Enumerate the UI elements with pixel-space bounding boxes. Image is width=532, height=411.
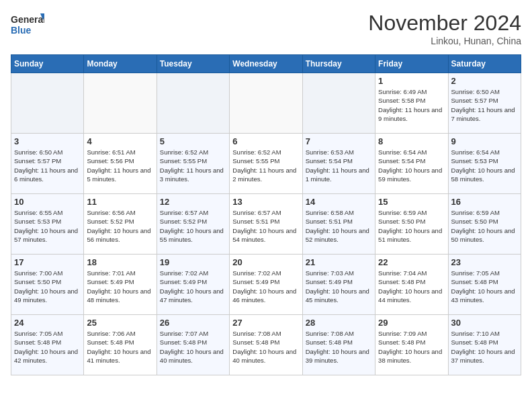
calendar-day-cell: 29Sunrise: 7:09 AMSunset: 5:48 PMDayligh… — [375, 315, 448, 375]
day-number: 26 — [160, 318, 226, 328]
calendar-day-cell: 24Sunrise: 7:05 AMSunset: 5:48 PMDayligh… — [11, 315, 84, 375]
weekday-header: Tuesday — [157, 55, 229, 73]
day-number: 22 — [378, 257, 445, 267]
calendar-week-row: 1Sunrise: 6:49 AMSunset: 5:58 PMDaylight… — [11, 73, 521, 134]
calendar-day-cell: 26Sunrise: 7:07 AMSunset: 5:48 PMDayligh… — [157, 315, 229, 375]
day-info: Sunrise: 7:01 AMSunset: 5:49 PMDaylight:… — [87, 269, 153, 304]
day-info: Sunrise: 6:57 AMSunset: 5:51 PMDaylight:… — [232, 208, 299, 244]
day-info: Sunrise: 6:56 AMSunset: 5:52 PMDaylight:… — [87, 208, 153, 244]
calendar-day-cell — [230, 73, 302, 134]
calendar-day-cell: 21Sunrise: 7:03 AMSunset: 5:49 PMDayligh… — [302, 255, 375, 315]
day-info: Sunrise: 6:54 AMSunset: 5:53 PMDaylight:… — [451, 148, 518, 183]
weekday-header: Thursday — [302, 55, 375, 73]
day-info: Sunrise: 7:09 AMSunset: 5:48 PMDaylight:… — [378, 329, 445, 365]
calendar-day-cell: 20Sunrise: 7:02 AMSunset: 5:49 PMDayligh… — [230, 255, 302, 315]
title-block: November 2024 Linkou, Hunan, China — [368, 11, 521, 46]
day-info: Sunrise: 6:52 AMSunset: 5:55 PMDaylight:… — [160, 148, 226, 183]
weekday-header-row: SundayMondayTuesdayWednesdayThursdayFrid… — [11, 55, 521, 73]
day-number: 30 — [451, 318, 518, 328]
day-number: 12 — [160, 197, 226, 207]
day-number: 4 — [87, 136, 153, 146]
day-info: Sunrise: 6:59 AMSunset: 5:50 PMDaylight:… — [451, 208, 518, 244]
calendar-day-cell: 16Sunrise: 6:59 AMSunset: 5:50 PMDayligh… — [448, 194, 521, 255]
day-info: Sunrise: 7:02 AMSunset: 5:49 PMDaylight:… — [160, 269, 226, 304]
calendar-day-cell: 10Sunrise: 6:55 AMSunset: 5:53 PMDayligh… — [11, 194, 84, 255]
calendar-day-cell: 12Sunrise: 6:57 AMSunset: 5:52 PMDayligh… — [157, 194, 229, 255]
calendar-day-cell: 19Sunrise: 7:02 AMSunset: 5:49 PMDayligh… — [157, 255, 229, 315]
calendar-day-cell: 8Sunrise: 6:54 AMSunset: 5:54 PMDaylight… — [375, 134, 448, 194]
svg-text:Blue: Blue — [11, 25, 32, 36]
calendar-day-cell: 1Sunrise: 6:49 AMSunset: 5:58 PMDaylight… — [375, 73, 448, 134]
day-number: 25 — [87, 318, 153, 328]
calendar-day-cell: 18Sunrise: 7:01 AMSunset: 5:49 PMDayligh… — [84, 255, 157, 315]
logo-svg: General Blue — [11, 11, 44, 39]
page-header: General Blue November 2024 Linkou, Hunan… — [11, 11, 521, 46]
weekday-header: Saturday — [448, 55, 521, 73]
calendar-day-cell: 7Sunrise: 6:53 AMSunset: 5:54 PMDaylight… — [302, 134, 375, 194]
day-info: Sunrise: 7:08 AMSunset: 5:48 PMDaylight:… — [306, 329, 372, 365]
logo: General Blue — [11, 11, 44, 39]
calendar-day-cell: 30Sunrise: 7:10 AMSunset: 5:48 PMDayligh… — [448, 315, 521, 375]
month-title: November 2024 — [368, 11, 521, 36]
day-info: Sunrise: 7:07 AMSunset: 5:48 PMDaylight:… — [160, 329, 226, 365]
calendar-day-cell: 5Sunrise: 6:52 AMSunset: 5:55 PMDaylight… — [157, 134, 229, 194]
calendar-week-row: 17Sunrise: 7:00 AMSunset: 5:50 PMDayligh… — [11, 255, 521, 315]
day-info: Sunrise: 6:50 AMSunset: 5:57 PMDaylight:… — [451, 87, 518, 123]
day-info: Sunrise: 6:57 AMSunset: 5:52 PMDaylight:… — [160, 208, 226, 244]
day-info: Sunrise: 6:49 AMSunset: 5:58 PMDaylight:… — [378, 87, 445, 123]
location: Linkou, Hunan, China — [368, 36, 521, 46]
day-info: Sunrise: 7:05 AMSunset: 5:48 PMDaylight:… — [14, 329, 81, 365]
calendar-table: SundayMondayTuesdayWednesdayThursdayFrid… — [11, 54, 521, 375]
calendar-day-cell: 3Sunrise: 6:50 AMSunset: 5:57 PMDaylight… — [11, 134, 84, 194]
day-number: 29 — [378, 318, 445, 328]
day-number: 14 — [306, 197, 372, 207]
day-info: Sunrise: 6:53 AMSunset: 5:54 PMDaylight:… — [306, 148, 372, 183]
day-info: Sunrise: 6:59 AMSunset: 5:50 PMDaylight:… — [378, 208, 445, 244]
day-info: Sunrise: 7:05 AMSunset: 5:48 PMDaylight:… — [451, 269, 518, 304]
day-info: Sunrise: 7:03 AMSunset: 5:49 PMDaylight:… — [306, 269, 372, 304]
weekday-header: Wednesday — [230, 55, 302, 73]
day-number: 1 — [378, 76, 445, 86]
day-number: 24 — [14, 318, 81, 328]
day-number: 15 — [378, 197, 445, 207]
day-info: Sunrise: 7:08 AMSunset: 5:48 PMDaylight:… — [232, 329, 299, 365]
calendar-day-cell: 23Sunrise: 7:05 AMSunset: 5:48 PMDayligh… — [448, 255, 521, 315]
day-info: Sunrise: 6:50 AMSunset: 5:57 PMDaylight:… — [14, 148, 81, 183]
day-number: 9 — [451, 136, 518, 146]
day-number: 13 — [232, 197, 299, 207]
calendar-week-row: 24Sunrise: 7:05 AMSunset: 5:48 PMDayligh… — [11, 315, 521, 375]
calendar-week-row: 10Sunrise: 6:55 AMSunset: 5:53 PMDayligh… — [11, 194, 521, 255]
day-number: 27 — [232, 318, 299, 328]
day-number: 5 — [160, 136, 226, 146]
calendar-day-cell: 15Sunrise: 6:59 AMSunset: 5:50 PMDayligh… — [375, 194, 448, 255]
day-info: Sunrise: 7:02 AMSunset: 5:49 PMDaylight:… — [232, 269, 299, 304]
day-info: Sunrise: 6:55 AMSunset: 5:53 PMDaylight:… — [14, 208, 81, 244]
weekday-header: Monday — [84, 55, 157, 73]
day-number: 19 — [160, 257, 226, 267]
calendar-day-cell: 25Sunrise: 7:06 AMSunset: 5:48 PMDayligh… — [84, 315, 157, 375]
day-info: Sunrise: 7:10 AMSunset: 5:48 PMDaylight:… — [451, 329, 518, 365]
day-number: 11 — [87, 197, 153, 207]
day-info: Sunrise: 6:51 AMSunset: 5:56 PMDaylight:… — [87, 148, 153, 183]
day-info: Sunrise: 7:00 AMSunset: 5:50 PMDaylight:… — [14, 269, 81, 304]
calendar-day-cell: 2Sunrise: 6:50 AMSunset: 5:57 PMDaylight… — [448, 73, 521, 134]
day-number: 16 — [451, 197, 518, 207]
day-info: Sunrise: 7:06 AMSunset: 5:48 PMDaylight:… — [87, 329, 153, 365]
day-number: 21 — [306, 257, 372, 267]
calendar-day-cell: 9Sunrise: 6:54 AMSunset: 5:53 PMDaylight… — [448, 134, 521, 194]
calendar-day-cell — [157, 73, 229, 134]
day-number: 20 — [232, 257, 299, 267]
day-number: 6 — [232, 136, 299, 146]
day-info: Sunrise: 6:58 AMSunset: 5:51 PMDaylight:… — [306, 208, 372, 244]
weekday-header: Friday — [375, 55, 448, 73]
calendar-day-cell: 11Sunrise: 6:56 AMSunset: 5:52 PMDayligh… — [84, 194, 157, 255]
day-number: 7 — [306, 136, 372, 146]
day-number: 2 — [451, 76, 518, 86]
day-number: 3 — [14, 136, 81, 146]
calendar-day-cell: 14Sunrise: 6:58 AMSunset: 5:51 PMDayligh… — [302, 194, 375, 255]
day-number: 28 — [306, 318, 372, 328]
calendar-day-cell: 13Sunrise: 6:57 AMSunset: 5:51 PMDayligh… — [230, 194, 302, 255]
calendar-day-cell: 6Sunrise: 6:52 AMSunset: 5:55 PMDaylight… — [230, 134, 302, 194]
calendar-day-cell: 4Sunrise: 6:51 AMSunset: 5:56 PMDaylight… — [84, 134, 157, 194]
calendar-day-cell — [302, 73, 375, 134]
